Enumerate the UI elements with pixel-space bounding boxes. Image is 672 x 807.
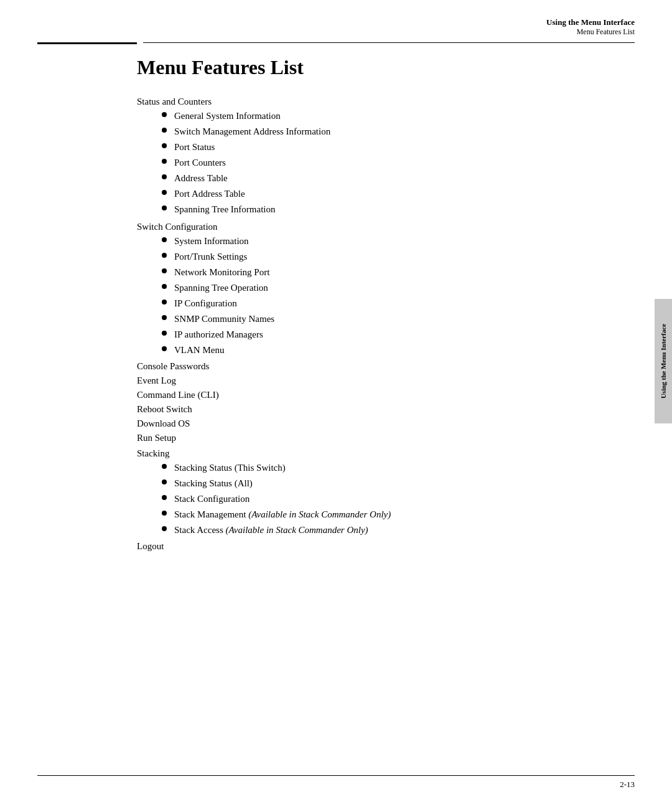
item-label: Network Monitoring Port: [174, 265, 269, 280]
list-item: Stacking Status (All): [162, 476, 622, 491]
item-label: IP authorized Managers: [174, 327, 263, 342]
list-item: Port/Trunk Settings: [162, 249, 622, 264]
bullet-icon: [162, 495, 167, 500]
top-rule-thick: [37, 42, 137, 44]
bullet-icon: [162, 346, 167, 351]
item-label: Stack Configuration: [174, 491, 250, 506]
bullet-icon: [162, 128, 167, 133]
list-item: Spanning Tree Information: [162, 202, 622, 217]
item-label: Port/Trunk Settings: [174, 249, 247, 264]
bottom-rule: [37, 775, 635, 776]
page-number: 2-13: [620, 780, 635, 790]
bullet-icon: [162, 253, 167, 258]
page-header: Using the Menu Interface Menu Features L…: [546, 17, 635, 37]
item-label: General System Information: [174, 108, 281, 123]
side-tab-text: Using the Menu Interface: [660, 324, 667, 399]
section-switch-config: Switch Configuration: [137, 222, 622, 232]
section-stacking: Stacking: [137, 448, 622, 459]
item-label: Port Counters: [174, 155, 226, 170]
item-label: Switch Management Address Information: [174, 124, 330, 139]
item-label: System Information: [174, 234, 249, 248]
page-container: Using the Menu Interface Menu Features L…: [0, 0, 672, 807]
bullet-icon: [162, 190, 167, 195]
bullet-icon: [162, 112, 167, 117]
item-label: Port Status: [174, 139, 215, 154]
item-label: Stacking Status (All): [174, 476, 253, 491]
bullet-icon: [162, 284, 167, 289]
bullet-icon: [162, 464, 167, 469]
list-item: Spanning Tree Operation: [162, 280, 622, 295]
bullet-icon: [162, 143, 167, 148]
bullet-icon: [162, 479, 167, 484]
item-label: Address Table: [174, 171, 228, 186]
list-item: Network Monitoring Port: [162, 265, 622, 280]
section-status-counters: Status and Counters: [137, 97, 622, 107]
bullet-icon: [162, 315, 167, 320]
status-counters-list: General System Information Switch Manage…: [162, 108, 622, 217]
item-command-line: Command Line (CLI): [137, 390, 622, 400]
bullet-icon: [162, 511, 167, 516]
bullet-icon: [162, 159, 167, 164]
side-tab: Using the Menu Interface: [655, 299, 672, 423]
header-title: Using the Menu Interface: [546, 17, 635, 27]
list-item: Stacking Status (This Switch): [162, 460, 622, 475]
list-item: Port Address Table: [162, 186, 622, 201]
list-item: IP Configuration: [162, 296, 622, 311]
list-item: Switch Management Address Information: [162, 124, 622, 139]
bullet-icon: [162, 331, 167, 336]
bullet-icon: [162, 268, 167, 273]
list-item: SNMP Community Names: [162, 311, 622, 326]
item-label: SNMP Community Names: [174, 311, 274, 326]
bullet-icon: [162, 526, 167, 531]
item-label: IP Configuration: [174, 296, 237, 311]
item-label: Stacking Status (This Switch): [174, 460, 286, 475]
switch-config-list: System Information Port/Trunk Settings N…: [162, 234, 622, 357]
list-item: IP authorized Managers: [162, 327, 622, 342]
item-logout: Logout: [137, 541, 622, 552]
list-item: Port Status: [162, 139, 622, 154]
item-download-os: Download OS: [137, 418, 622, 429]
item-event-log: Event Log: [137, 375, 622, 386]
item-console-passwords: Console Passwords: [137, 361, 622, 372]
page-title: Menu Features List: [137, 56, 622, 79]
list-item: Port Counters: [162, 155, 622, 170]
header-subtitle: Menu Features List: [546, 27, 635, 37]
stacking-list: Stacking Status (This Switch) Stacking S…: [162, 460, 622, 537]
bullet-icon: [162, 237, 167, 242]
list-item: Stack Access (Available in Stack Command…: [162, 522, 622, 537]
item-label: Stack Access (Available in Stack Command…: [174, 522, 368, 537]
item-label: Stack Management (Available in Stack Com…: [174, 507, 391, 522]
item-label: Spanning Tree Information: [174, 202, 276, 217]
list-item: System Information: [162, 234, 622, 248]
list-item: Stack Configuration: [162, 491, 622, 506]
bullet-icon: [162, 174, 167, 179]
item-run-setup: Run Setup: [137, 433, 622, 443]
top-rule-thin: [143, 42, 635, 43]
item-reboot-switch: Reboot Switch: [137, 404, 622, 415]
item-label: VLAN Menu: [174, 342, 224, 357]
bullet-icon: [162, 300, 167, 304]
list-item: VLAN Menu: [162, 342, 622, 357]
list-item: Stack Management (Available in Stack Com…: [162, 507, 622, 522]
list-item: Address Table: [162, 171, 622, 186]
bullet-icon: [162, 205, 167, 210]
main-content: Menu Features List Status and Counters G…: [137, 56, 622, 553]
item-label: Port Address Table: [174, 186, 245, 201]
item-label: Spanning Tree Operation: [174, 280, 268, 295]
list-item: General System Information: [162, 108, 622, 123]
